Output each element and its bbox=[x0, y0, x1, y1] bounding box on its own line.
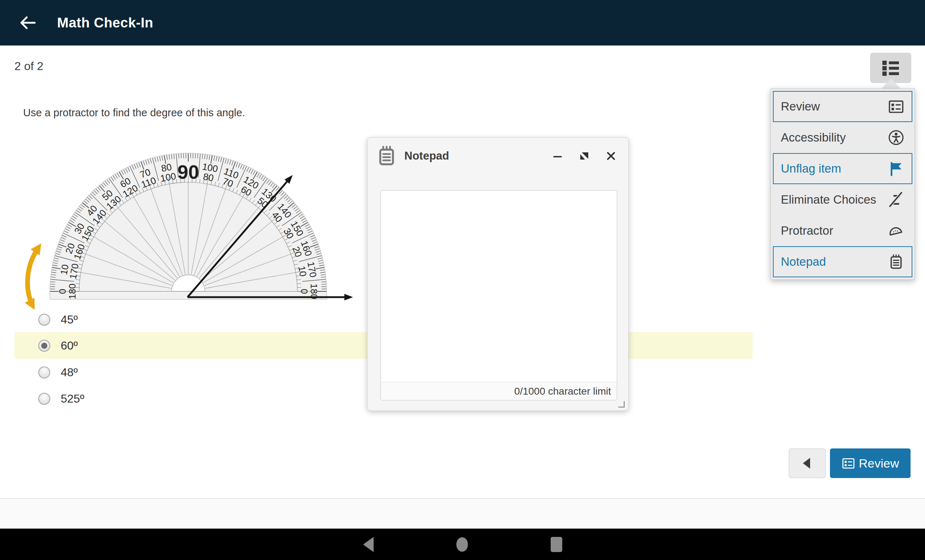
android-navbar bbox=[0, 528, 925, 560]
back-button[interactable] bbox=[17, 14, 38, 32]
android-back-button[interactable] bbox=[362, 536, 374, 553]
accessibility-icon bbox=[888, 129, 904, 146]
resize-handle[interactable] bbox=[618, 401, 625, 408]
notepad-icon bbox=[888, 254, 904, 270]
svg-text:0: 0 bbox=[57, 289, 68, 294]
menu-item-protractor[interactable]: Protractor bbox=[773, 215, 912, 246]
android-home-button[interactable] bbox=[455, 536, 469, 553]
list-menu-icon bbox=[881, 60, 900, 76]
option-label: 45º bbox=[61, 313, 78, 326]
tools-menu: Review Accessibility Unflag item bbox=[770, 89, 915, 280]
android-recents-button[interactable] bbox=[550, 536, 563, 553]
notepad-icon bbox=[377, 145, 396, 167]
option-label: 48º bbox=[61, 366, 78, 379]
svg-text:0: 0 bbox=[299, 289, 310, 294]
protractor-figure[interactable]: 0102030405060708010011012013014015016017… bbox=[14, 144, 361, 316]
menu-item-label: Review bbox=[781, 100, 820, 113]
eliminate-choices-icon: Z bbox=[888, 191, 904, 208]
flag-icon bbox=[888, 160, 904, 177]
radio-button[interactable] bbox=[38, 366, 50, 378]
maximize-button[interactable] bbox=[576, 148, 592, 164]
notepad-titlebar[interactable]: Notepad bbox=[377, 145, 619, 167]
menu-item-label: Eliminate Choices bbox=[781, 193, 876, 207]
option-label: 525º bbox=[61, 392, 84, 405]
menu-item-review[interactable]: Review bbox=[773, 91, 912, 122]
svg-text:90: 90 bbox=[178, 161, 199, 183]
notepad-editor: 0/1000 character limit bbox=[381, 190, 617, 401]
close-button[interactable] bbox=[603, 148, 619, 164]
menu-item-eliminate-choices[interactable]: Eliminate Choices Z bbox=[773, 184, 912, 215]
page-title: Math Check-In bbox=[57, 15, 153, 31]
close-icon bbox=[606, 150, 616, 161]
svg-text:10: 10 bbox=[296, 265, 309, 277]
review-icon bbox=[888, 98, 904, 115]
rotate-handle[interactable] bbox=[27, 248, 38, 305]
minimize-button[interactable] bbox=[550, 148, 565, 164]
back-triangle-icon bbox=[362, 536, 374, 553]
notepad-window: Notepad bbox=[367, 137, 629, 411]
minimize-icon bbox=[552, 150, 563, 161]
protractor-icon bbox=[888, 222, 904, 239]
radio-button[interactable] bbox=[38, 314, 50, 326]
option-label: 60º bbox=[61, 339, 78, 353]
home-circle-icon bbox=[455, 536, 469, 553]
menu-item-accessibility[interactable]: Accessibility bbox=[773, 122, 912, 153]
app-root: Math Check-In 2 of 2 Use a protractor to… bbox=[0, 0, 925, 560]
menu-item-notepad[interactable]: Notepad bbox=[773, 246, 912, 277]
notepad-title: Notepad bbox=[404, 150, 449, 162]
review-button-label: Review bbox=[859, 456, 899, 470]
menu-item-label: Unflag item bbox=[781, 162, 841, 176]
previous-triangle-icon bbox=[799, 455, 815, 471]
maximize-icon bbox=[579, 150, 590, 161]
svg-text:80: 80 bbox=[202, 171, 215, 184]
review-button[interactable]: Review bbox=[830, 449, 911, 478]
svg-text:180: 180 bbox=[67, 284, 78, 299]
menu-item-label: Accessibility bbox=[781, 131, 846, 144]
page-footer bbox=[0, 498, 925, 528]
question-text: Use a protractor to find the degree of t… bbox=[23, 107, 245, 119]
menu-caret bbox=[881, 78, 901, 89]
menu-item-label: Notepad bbox=[781, 255, 826, 269]
radio-button[interactable] bbox=[38, 340, 50, 352]
menu-item-label: Protractor bbox=[781, 224, 833, 237]
character-counter: 0/1000 character limit bbox=[381, 382, 617, 400]
notepad-textarea[interactable] bbox=[384, 194, 614, 381]
arrow-left-icon bbox=[19, 15, 36, 30]
previous-item-button[interactable] bbox=[789, 449, 826, 478]
progress-indicator: 2 of 2 bbox=[14, 60, 44, 73]
review-icon bbox=[842, 456, 855, 470]
menu-item-unflag[interactable]: Unflag item bbox=[773, 153, 912, 184]
radio-button[interactable] bbox=[38, 393, 50, 405]
recents-square-icon bbox=[550, 536, 563, 553]
app-header: Math Check-In bbox=[0, 0, 925, 45]
